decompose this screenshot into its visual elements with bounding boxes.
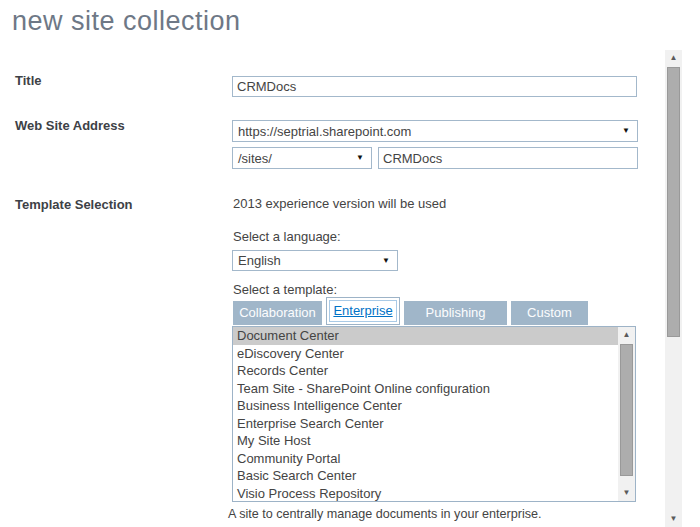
tab-publishing[interactable]: Publishing <box>404 301 507 325</box>
template-list-item[interactable]: Document Center <box>233 327 618 345</box>
language-select[interactable]: English ▼ <box>232 250 398 271</box>
tab-enterprise[interactable]: Enterprise <box>326 297 400 325</box>
template-list-item[interactable]: Visio Process Repository <box>233 485 618 503</box>
tab-enterprise-label: Enterprise <box>333 303 392 318</box>
template-listbox[interactable]: Document CentereDiscovery CenterRecords … <box>232 326 636 502</box>
select-language-label: Select a language: <box>233 229 341 244</box>
listbox-scrollbar-thumb[interactable] <box>620 344 633 476</box>
page-title: new site collection <box>12 6 241 37</box>
template-list-item[interactable]: Records Center <box>233 362 618 380</box>
new-site-collection-dialog: new site collection Title Web Site Addre… <box>0 0 700 527</box>
dropdown-arrow-icon: ▼ <box>618 127 637 135</box>
tab-custom-label: Custom <box>527 305 572 320</box>
tab-collaboration[interactable]: Collaboration <box>233 301 322 325</box>
web-domain-select[interactable]: https://septrial.sharepoint.com ▼ <box>232 120 638 142</box>
listbox-scrollbar[interactable]: ▲ ▼ <box>618 327 635 501</box>
experience-version-note: 2013 experience version will be used <box>233 196 446 211</box>
scroll-up-icon[interactable]: ▲ <box>618 327 635 343</box>
template-list-item[interactable]: Team Site - SharePoint Online configurat… <box>233 380 618 398</box>
title-input[interactable] <box>232 76 637 97</box>
template-list-item[interactable]: Business Intelligence Center <box>233 397 618 415</box>
page-scrollbar[interactable]: ▲ ▼ <box>665 50 682 527</box>
language-selected-value: English <box>233 253 378 268</box>
tab-publishing-label: Publishing <box>426 305 486 320</box>
site-name-input[interactable] <box>378 147 638 169</box>
scroll-up-icon[interactable]: ▲ <box>665 50 682 66</box>
page-scrollbar-thumb[interactable] <box>667 67 680 337</box>
select-template-label: Select a template: <box>233 282 337 297</box>
template-list: Document CentereDiscovery CenterRecords … <box>233 327 618 501</box>
dropdown-arrow-icon: ▼ <box>378 257 397 265</box>
title-label: Title <box>15 73 42 88</box>
scroll-down-icon[interactable]: ▼ <box>618 485 635 501</box>
site-path-select[interactable]: /sites/ ▼ <box>232 147 372 169</box>
template-list-item[interactable]: Basic Search Center <box>233 467 618 485</box>
web-domain-selected-value: https://septrial.sharepoint.com <box>233 124 618 139</box>
template-list-item[interactable]: Community Portal <box>233 450 618 468</box>
template-description: A site to centrally manage documents in … <box>228 507 542 521</box>
site-path-selected-value: /sites/ <box>233 151 352 166</box>
template-selection-label: Template Selection <box>15 197 133 212</box>
template-list-item[interactable]: My Site Host <box>233 432 618 450</box>
tab-custom[interactable]: Custom <box>511 301 588 325</box>
web-site-address-label: Web Site Address <box>15 118 125 133</box>
dropdown-arrow-icon: ▼ <box>352 154 371 162</box>
template-list-item[interactable]: eDiscovery Center <box>233 345 618 363</box>
tab-collaboration-label: Collaboration <box>239 305 316 320</box>
scroll-down-icon[interactable]: ▼ <box>665 511 682 527</box>
template-list-item[interactable]: Enterprise Search Center <box>233 415 618 433</box>
